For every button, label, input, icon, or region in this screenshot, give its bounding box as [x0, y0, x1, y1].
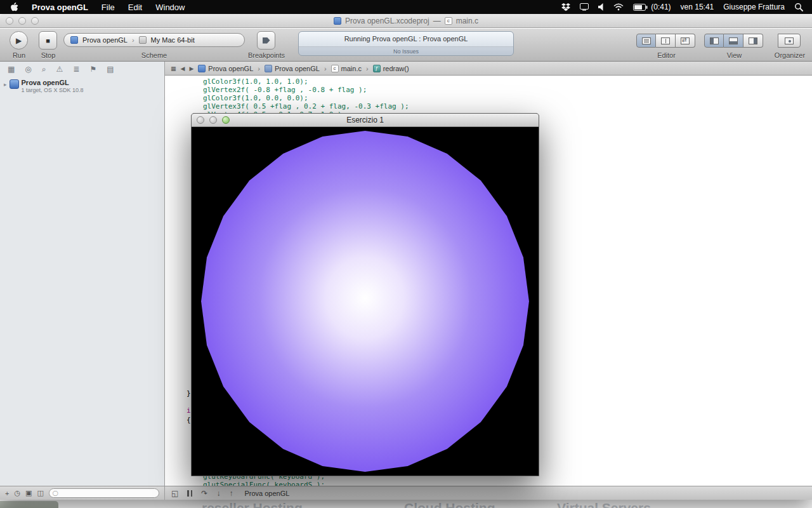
breadcrumb-separator: › — [258, 65, 260, 72]
debug-scheme-name: Prova openGL — [244, 490, 289, 497]
breakpoint-navigator-icon[interactable]: ⚑ — [89, 65, 96, 74]
menu-clock[interactable]: ven 15:41 — [681, 3, 714, 11]
code-line[interactable]: glColor3f(1.0, 1.0, 1.0); — [203, 77, 308, 86]
flat-list-icon[interactable]: ▣ — [25, 489, 32, 497]
by-type-icon[interactable]: ◫ — [37, 489, 43, 497]
standard-editor-button[interactable] — [636, 34, 656, 48]
opengl-canvas[interactable] — [192, 127, 539, 476]
breadcrumb-separator: › — [366, 65, 369, 72]
code-line[interactable]: glVertex2f( -0.8 +flag , -0.8 + flag ); — [203, 86, 367, 94]
disclosure-triangle-icon[interactable]: ▸ — [4, 79, 7, 88]
battery-icon — [633, 4, 648, 11]
window-title: Prova openGL.xcodeproj — c main.c — [0, 14, 812, 28]
navigator-sidebar: ▦ ◎ ⌕ ⚠ ≣ ⚑ ▤ ▸ Prova openGL 1 target, O… — [0, 62, 165, 486]
debug-panel-icon — [729, 37, 738, 44]
xcode-titlebar[interactable]: Prova openGL.xcodeproj — c main.c — [0, 14, 812, 28]
breadcrumb-group[interactable]: Prova openGL — [265, 65, 320, 72]
assistant-editor-button[interactable] — [656, 34, 676, 48]
standard-editor-icon — [642, 37, 651, 44]
version-editor-button[interactable] — [676, 34, 695, 48]
c-file-icon: c — [445, 17, 452, 25]
menu-edit[interactable]: Edit — [128, 3, 142, 12]
breadcrumb-file[interactable]: c main.c — [331, 65, 362, 72]
menu-user-name[interactable]: Giuseppe Frattura — [723, 3, 785, 11]
close-button[interactable] — [197, 116, 204, 124]
organizer-label: Organizer — [773, 51, 806, 59]
minimize-button[interactable] — [209, 116, 217, 124]
breadcrumb-separator: › — [324, 65, 327, 72]
issue-navigator-icon[interactable]: ⚠ — [56, 65, 63, 74]
project-icon — [10, 79, 19, 89]
jump-bar: ▦ ◀ ▶ Prova openGL › Prova openGL › c ma… — [165, 62, 812, 76]
log-navigator-icon[interactable]: ▤ — [107, 65, 114, 74]
menu-app-name[interactable]: Prova openGL — [32, 3, 88, 12]
code-line[interactable]: glVertex3f( 0.5 +flag , 0.2 + flag, -0.3… — [203, 102, 409, 110]
breakpoints-button[interactable] — [257, 31, 275, 50]
breadcrumb-function[interactable]: ƒ redraw() — [373, 65, 409, 72]
related-items-icon[interactable]: ▦ — [171, 65, 176, 72]
run-button[interactable]: ▶ — [10, 31, 28, 50]
step-over-icon[interactable]: ↷ — [201, 489, 207, 498]
utilities-panel-button[interactable] — [743, 34, 763, 48]
debug-navigator-icon[interactable]: ≣ — [73, 65, 79, 74]
battery-status[interactable]: (0:41) — [633, 3, 671, 11]
wifi-icon[interactable] — [613, 3, 624, 11]
step-out-icon[interactable]: ↑ — [229, 489, 233, 498]
background-text: Virtual Servers — [557, 500, 651, 508]
editor-mode-control — [636, 34, 695, 48]
back-icon[interactable]: ◀ — [181, 65, 185, 72]
code-line[interactable]: glutSpecialFunc( keyboardS ); — [203, 481, 325, 486]
recent-filter-icon[interactable]: ◷ — [14, 489, 20, 497]
display-menu-icon[interactable] — [580, 3, 589, 11]
opengl-window[interactable]: Esercizio 1 — [191, 113, 539, 476]
toggle-debug-area-icon[interactable]: ◱ — [171, 489, 178, 498]
project-row[interactable]: ▸ Prova openGL 1 target, OS X SDK 10.8 — [0, 76, 164, 93]
view-control — [704, 34, 763, 48]
filter-circle-icon: ◯ — [53, 490, 58, 496]
forward-icon[interactable]: ▶ — [189, 65, 193, 72]
project-navigator-icon[interactable]: ▦ — [8, 65, 15, 74]
menu-file[interactable]: File — [102, 3, 115, 12]
activity-title: Running Prova openGL : Prova openGL — [299, 32, 513, 46]
code-fragment[interactable]: { — [187, 416, 191, 424]
desktop-corner-widget — [0, 501, 58, 508]
zoom-button[interactable] — [222, 116, 230, 124]
project-detail: 1 target, OS X SDK 10.8 — [22, 87, 84, 93]
debug-panel-button[interactable] — [724, 34, 743, 48]
window-title-separator: — — [433, 17, 441, 25]
stop-button[interactable]: ■ — [39, 31, 57, 50]
background-text: Cloud Hosting — [404, 500, 495, 508]
scheme-selector[interactable]: Prova openGL › My Mac 64-bit — [63, 33, 245, 47]
breakpoint-icon — [263, 37, 270, 44]
background-text: reseller Hosting — [202, 500, 303, 508]
scheme-destination-icon — [139, 36, 147, 44]
gl-scene — [192, 127, 539, 476]
apple-menu-icon[interactable] — [10, 3, 18, 12]
breadcrumb-folder-icon — [265, 65, 272, 72]
menu-window[interactable]: Window — [155, 3, 185, 12]
code-fragment[interactable]: } — [187, 389, 191, 398]
symbol-navigator-icon[interactable]: ◎ — [25, 65, 31, 74]
organizer-button[interactable] — [778, 34, 801, 48]
add-icon[interactable]: + — [5, 490, 9, 497]
breakpoints-label: Breakpoints — [246, 51, 287, 59]
filter-field[interactable]: ◯ — [49, 488, 159, 498]
stop-label: Stop — [37, 51, 59, 59]
opengl-window-controls — [197, 116, 230, 124]
run-label: Run — [9, 51, 29, 59]
opengl-titlebar[interactable]: Esercizio 1 — [192, 114, 539, 127]
dropbox-icon[interactable] — [561, 3, 570, 11]
search-navigator-icon[interactable]: ⌕ — [42, 65, 46, 74]
pause-icon[interactable] — [187, 490, 192, 497]
navigator-panel-button[interactable] — [704, 34, 724, 48]
scheme-project-icon — [70, 36, 78, 44]
code-line[interactable]: glColor3f(1.0, 0.0, 0.0); — [203, 94, 308, 102]
activity-viewer: Running Prova openGL : Prova openGL No I… — [298, 31, 514, 56]
step-into-icon[interactable]: ↓ — [216, 489, 220, 498]
breadcrumb-project[interactable]: Prova openGL — [198, 65, 253, 72]
spotlight-icon[interactable] — [794, 3, 803, 11]
gl-sphere-polygon — [201, 131, 529, 472]
code-fragment-keyword[interactable]: i — [187, 406, 191, 415]
project-doc-icon — [334, 17, 341, 25]
volume-icon[interactable] — [598, 3, 604, 11]
